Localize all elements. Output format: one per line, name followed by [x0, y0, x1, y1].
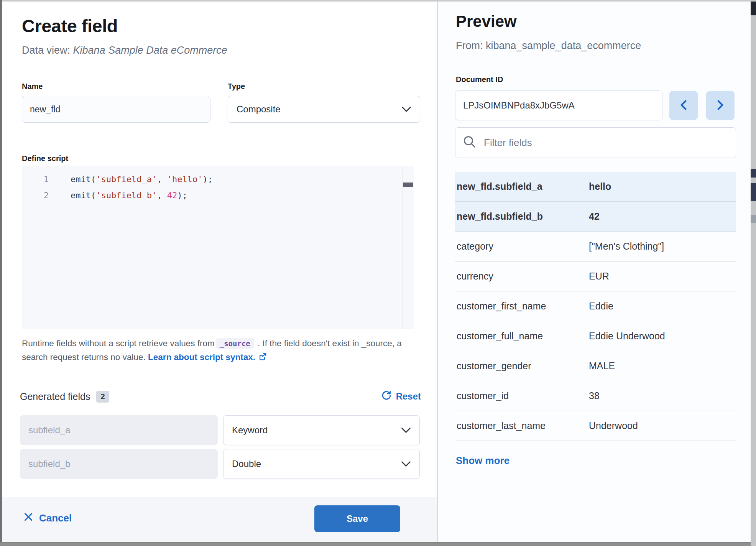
line-number: 2 [22, 191, 49, 200]
document-id-label: Document ID [456, 75, 503, 84]
code-token: ); [177, 191, 187, 200]
window-scrollbar-segment [751, 169, 756, 178]
field-name: currency [455, 271, 589, 282]
field-name: customer_first_name [455, 301, 589, 312]
code-text: emit('subfield_b', 42); [71, 191, 187, 200]
code-line: 2emit('subfield_b', 42); [22, 187, 414, 203]
data-view-name: Kibana Sample Data eCommerce [73, 44, 227, 56]
field-row[interactable]: new_fld.subfield_b42 [455, 202, 736, 232]
generated-fields-rows: KeywordDouble [20, 415, 421, 483]
subfield-type-select[interactable]: Keyword [223, 415, 420, 445]
prev-document-button[interactable] [669, 91, 698, 120]
show-more-link[interactable]: Show more [456, 455, 509, 467]
search-icon [463, 135, 476, 150]
code-token: 'subfield_a' [96, 174, 157, 184]
data-view-subtitle: Data view: Kibana Sample Data eCommerce [22, 44, 227, 56]
field-row[interactable]: customer_full_nameEddie Underwood [455, 321, 736, 351]
field-row[interactable]: customer_last_nameUnderwood [455, 411, 736, 441]
script-editor[interactable]: 1emit('subfield_a', 'hello');2emit('subf… [22, 166, 414, 329]
editor-scrollbar-thumb[interactable] [403, 183, 413, 187]
field-value: ["Men's Clothing"] [589, 241, 736, 252]
document-id-input[interactable] [455, 90, 662, 120]
name-input[interactable] [22, 96, 210, 123]
subfield-type-select[interactable]: Double [223, 449, 420, 479]
reset-button[interactable]: Reset [381, 390, 421, 403]
chevron-right-icon [715, 100, 725, 112]
window-scrollbar-segment [751, 215, 756, 223]
field-value: Eddie [589, 301, 736, 312]
field-name: customer_last_name [455, 420, 589, 431]
field-row[interactable]: currencyEUR [455, 261, 736, 291]
field-name: category [455, 241, 589, 252]
code-text: emit('subfield_a', 'hello'); [71, 174, 213, 184]
generated-fields-header: Generated fields 2 Reset [20, 390, 421, 403]
close-icon [24, 512, 33, 524]
filter-fields-box [455, 127, 736, 158]
field-value: Eddie Underwood [589, 331, 736, 342]
window-edge-top [0, 0, 756, 2]
subfield-type-value: Double [232, 459, 261, 469]
generated-fields-label: Generated fields [20, 391, 90, 402]
type-label: Type [228, 82, 245, 91]
field-row[interactable]: new_fld.subfield_ahello [455, 172, 736, 202]
generated-fields-count-badge: 2 [96, 391, 109, 403]
field-row[interactable]: category["Men's Clothing"] [455, 232, 736, 261]
line-number: 1 [22, 174, 49, 184]
type-select-value: Composite [237, 104, 281, 115]
code-token: , [157, 191, 167, 200]
preview-from-line: From: kibana_sample_data_ecommerce [456, 40, 641, 52]
code-token: emit( [71, 174, 96, 184]
window-scrollbar-segment [751, 183, 756, 201]
next-document-button[interactable] [706, 91, 735, 120]
field-name: customer_full_name [455, 331, 589, 342]
learn-script-syntax-link[interactable]: Learn about script syntax. [148, 352, 267, 362]
field-name: new_fld.subfield_a [455, 181, 589, 192]
source-code-badge: _source [216, 338, 254, 349]
window-scrollbar-strip [751, 0, 756, 546]
subfield-name-input [20, 415, 218, 445]
field-name: customer_id [455, 390, 589, 401]
field-row[interactable]: customer_id38 [455, 381, 736, 411]
window-edge-bottom [0, 542, 756, 546]
reset-label: Reset [396, 391, 421, 402]
code-token: 42 [167, 191, 177, 200]
generated-field-row: Keyword [20, 415, 421, 445]
field-value: MALE [589, 360, 736, 372]
code-token: 'subfield_b' [96, 191, 157, 200]
generated-field-row: Double [20, 449, 421, 479]
flyout-footer: Cancel Save [2, 497, 437, 542]
define-script-label: Define script [22, 154, 68, 163]
chevron-down-icon [401, 425, 411, 436]
field-name: customer_gender [455, 360, 589, 372]
field-value: hello [589, 181, 736, 192]
window-scrollbar-segment [751, 2, 756, 15]
data-view-label: Data view: [22, 44, 73, 56]
save-button[interactable]: Save [314, 505, 400, 532]
external-link-icon [258, 353, 267, 363]
code-line: 1emit('subfield_a', 'hello'); [22, 171, 414, 187]
field-row[interactable]: customer_genderMALE [455, 351, 736, 381]
window-edge-left [0, 0, 2, 546]
learn-script-syntax-label: Learn about script syntax. [148, 352, 255, 362]
refresh-icon [381, 390, 391, 403]
code-lines: 1emit('subfield_a', 'hello');2emit('subf… [22, 171, 414, 203]
cancel-label: Cancel [39, 512, 72, 524]
subfield-name-input [20, 449, 218, 479]
field-value: Underwood [589, 420, 736, 431]
code-token: 'hello' [167, 174, 203, 184]
preview-title: Preview [456, 12, 517, 31]
type-select[interactable]: Composite [228, 96, 420, 123]
code-token: , [157, 174, 167, 184]
create-field-panel: Create field Data view: Kibana Sample Da… [2, 2, 437, 542]
cancel-button[interactable]: Cancel [24, 512, 72, 524]
chevron-left-icon [679, 100, 689, 112]
preview-panel: Preview From: kibana_sample_data_ecommer… [438, 2, 751, 542]
chevron-down-icon [401, 459, 411, 469]
editor-scrollbar-track [403, 166, 403, 329]
field-editor-flyout: Create field Data view: Kibana Sample Da… [0, 0, 756, 546]
preview-fields-table: new_fld.subfield_ahellonew_fld.subfield_… [455, 172, 736, 441]
page-title: Create field [22, 15, 118, 36]
code-token: emit( [71, 191, 96, 200]
field-row[interactable]: customer_first_nameEddie [455, 291, 736, 321]
filter-fields-input[interactable] [483, 136, 728, 149]
